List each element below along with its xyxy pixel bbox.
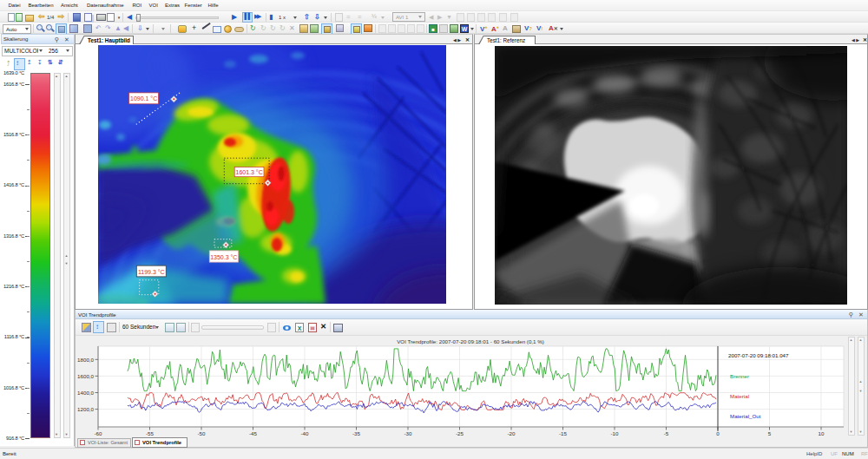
- svg-text:1350.3 °C: 1350.3 °C: [210, 254, 237, 260]
- svg-text:VOI Trendprofile: 2007-07-20 0: VOI Trendprofile: 2007-07-20 09:18:01 - …: [397, 338, 544, 344]
- svg-text:1601.3 °C: 1601.3 °C: [235, 169, 262, 175]
- svg-text:1200,0: 1200,0: [77, 406, 94, 412]
- svg-text:0: 0: [716, 430, 720, 436]
- svg-text:1600,0: 1600,0: [77, 373, 94, 379]
- svg-text:-20: -20: [508, 430, 516, 436]
- svg-text:-50: -50: [198, 430, 207, 436]
- svg-text:-55: -55: [146, 430, 155, 436]
- svg-text:1199.3 °C: 1199.3 °C: [138, 269, 165, 275]
- svg-text:Brenner: Brenner: [730, 373, 749, 379]
- svg-text:1090.1 °C: 1090.1 °C: [130, 95, 157, 102]
- svg-text:-35: -35: [352, 430, 361, 436]
- svg-text:-30: -30: [404, 430, 413, 436]
- svg-text:5: 5: [768, 430, 772, 436]
- svg-text:-40: -40: [301, 430, 310, 436]
- svg-text:10: 10: [819, 430, 825, 436]
- svg-text:-15: -15: [559, 430, 568, 436]
- svg-text:-60: -60: [95, 430, 103, 436]
- svg-text:2007-07-20 09:18:01.047: 2007-07-20 09:18:01.047: [728, 352, 789, 358]
- svg-text:-25: -25: [456, 430, 464, 436]
- svg-text:-45: -45: [249, 430, 258, 436]
- svg-text:1800,0: 1800,0: [77, 357, 94, 363]
- svg-text:Material_Out: Material_Out: [730, 413, 761, 419]
- svg-text:Material: Material: [730, 393, 749, 399]
- svg-text:-10: -10: [611, 430, 620, 436]
- svg-text:1400,0: 1400,0: [77, 390, 94, 396]
- svg-text:-5: -5: [664, 430, 669, 436]
